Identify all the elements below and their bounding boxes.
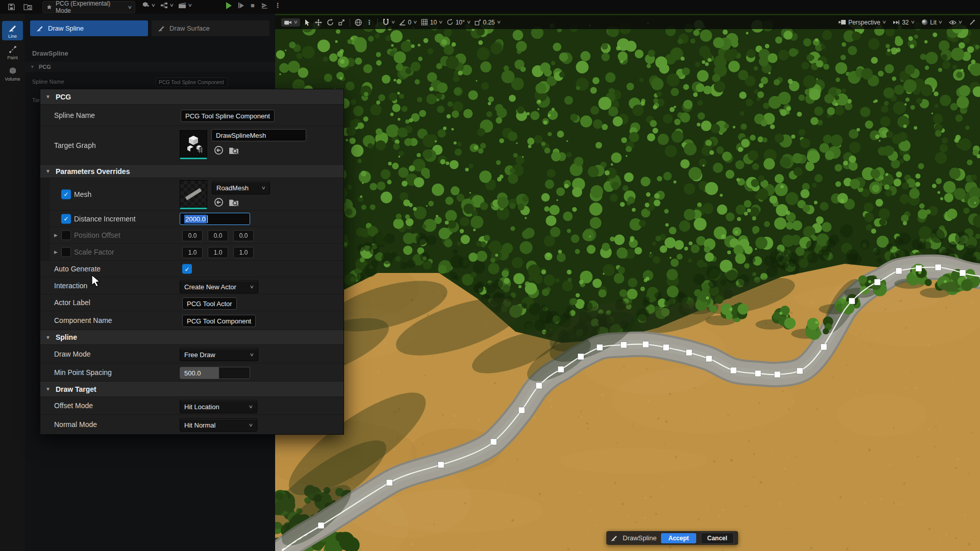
quick-add-button[interactable]: ∨ bbox=[142, 2, 155, 9]
rotate-tool[interactable] bbox=[327, 19, 334, 26]
mode-button-paint[interactable]: Paint bbox=[2, 42, 23, 62]
cinematics-button[interactable]: ∨ bbox=[178, 2, 192, 9]
pcg-mode-icon bbox=[46, 4, 53, 11]
section-title: Parameters Overrides bbox=[56, 167, 130, 176]
mesh-dropdown[interactable]: RoadMesh ∨ bbox=[212, 181, 270, 194]
wand-icon bbox=[969, 19, 976, 26]
chevron-down-icon: ∨ bbox=[466, 20, 471, 24]
play-button[interactable] bbox=[226, 2, 232, 9]
mode-button-volume[interactable]: Volume bbox=[2, 64, 23, 83]
mesh-value: RoadMesh bbox=[216, 184, 249, 192]
section-header-spline[interactable]: ▼ Spline bbox=[40, 330, 344, 345]
vector-z[interactable]: 1.0 bbox=[233, 247, 254, 258]
scale-factor-checkbox[interactable] bbox=[61, 247, 71, 257]
vector-y[interactable]: 0.0 bbox=[208, 230, 228, 241]
property-label: Target Graph bbox=[54, 141, 96, 149]
property-label: Interaction bbox=[54, 282, 87, 290]
frame-skip-button[interactable] bbox=[238, 3, 244, 8]
perspective-icon bbox=[839, 19, 846, 25]
target-graph-thumbnail[interactable] bbox=[180, 130, 207, 158]
expander-icon[interactable]: ▶ bbox=[54, 233, 58, 238]
scale-snap[interactable]: 0.25 ∨ bbox=[475, 19, 500, 26]
position-offset-vector[interactable]: 0.0 0.0 0.0 bbox=[182, 230, 254, 241]
property-label: Spline Name bbox=[54, 111, 95, 119]
camera-speed-control[interactable]: 32 ∨ bbox=[893, 19, 914, 26]
accept-button[interactable]: Accept bbox=[661, 533, 696, 543]
move-tool[interactable] bbox=[315, 19, 322, 26]
vector-x[interactable]: 0.0 bbox=[182, 230, 203, 241]
target-graph-input[interactable]: DrawSplineMesh bbox=[211, 129, 306, 141]
chevron-down-icon: ∨ bbox=[188, 3, 192, 8]
browse-asset-icon[interactable] bbox=[229, 146, 239, 155]
min-point-spacing-input[interactable]: 500.0 bbox=[180, 367, 250, 379]
section-header-draw-target[interactable]: ▼ Draw Target bbox=[40, 382, 344, 397]
mesh-thumbnail[interactable] bbox=[180, 180, 207, 208]
property-label: Position Offset bbox=[74, 231, 120, 239]
position-offset-checkbox[interactable] bbox=[61, 231, 71, 240]
perspective-selector[interactable]: Perspective ∨ bbox=[839, 19, 886, 26]
chevron-down-icon: ∨ bbox=[881, 20, 886, 24]
view-mode-label: Lit bbox=[930, 19, 937, 26]
expander-icon[interactable]: ▶ bbox=[54, 249, 58, 255]
section-header-parameters[interactable]: ▼ Parameters Overrides bbox=[40, 165, 344, 178]
rotation-snap[interactable]: 10° ∨ bbox=[447, 19, 470, 26]
volume-tool-icon bbox=[8, 66, 17, 76]
launch-button[interactable] bbox=[261, 3, 268, 9]
property-label: Min Point Spacing bbox=[54, 368, 112, 377]
actor-label-input[interactable]: PCG Tool Actor bbox=[182, 297, 237, 310]
auto-generate-checkbox[interactable]: ✓ bbox=[182, 264, 192, 274]
use-selected-icon[interactable] bbox=[214, 145, 224, 155]
cancel-button[interactable]: Cancel bbox=[701, 533, 734, 544]
camera-speed-value: 32 bbox=[902, 19, 909, 26]
viewport-options-menu[interactable]: ∨ bbox=[281, 18, 300, 27]
spline-name-field[interactable]: PCG Tool Spline Component bbox=[155, 78, 228, 87]
transform-options-menu[interactable]: ⋮ bbox=[366, 19, 373, 26]
use-selected-icon[interactable] bbox=[214, 197, 224, 207]
show-flags-menu[interactable]: ∨ bbox=[949, 20, 962, 25]
row-target-graph: Target Graph DrawSplineMesh bbox=[40, 126, 344, 165]
section-header-pcg[interactable]: ▼ PCG bbox=[25, 62, 276, 72]
browse-asset-icon[interactable] bbox=[229, 198, 239, 207]
chevron-down-icon: ∨ bbox=[128, 5, 132, 10]
distance-increment-input[interactable]: 2000.0 bbox=[180, 213, 250, 225]
vector-y[interactable]: 1.0 bbox=[208, 247, 228, 258]
editor-mode-selector[interactable]: PCG (Experimental) Mode ∨ bbox=[42, 1, 135, 13]
mesh-override-checkbox[interactable]: ✓ bbox=[61, 189, 71, 199]
draw-mode-dropdown[interactable]: Free Draw ∨ bbox=[180, 348, 258, 361]
tab-draw-surface[interactable]: Draw Surface bbox=[152, 20, 270, 36]
view-mode-selector[interactable]: Lit ∨ bbox=[921, 19, 942, 26]
viewport-settings-wand[interactable] bbox=[969, 19, 976, 26]
surface-offset-snap[interactable]: 0 ∨ bbox=[399, 19, 416, 26]
section-header-pcg[interactable]: ▼ PCG bbox=[40, 89, 344, 105]
property-label: Draw Mode bbox=[54, 350, 91, 358]
surface-snapping-toggle[interactable]: ∨ bbox=[382, 19, 395, 26]
draw-spline-icon bbox=[36, 24, 44, 32]
normal-mode-dropdown[interactable]: Hit Normal ∨ bbox=[180, 418, 257, 432]
save-icon[interactable] bbox=[6, 2, 16, 11]
interaction-dropdown[interactable]: Create New Actor ∨ bbox=[180, 280, 258, 293]
triangle-down-icon: ▼ bbox=[45, 168, 51, 174]
rotation-snap-value: 10° bbox=[455, 19, 464, 26]
select-tool[interactable] bbox=[305, 19, 310, 26]
level-viewport[interactable]: ∨ ⋮ bbox=[275, 14, 980, 551]
unreal-editor-window: PCG (Experimental) Mode ∨ ∨ ∨ ∨ ■ bbox=[0, 0, 980, 551]
world-local-transform-toggle[interactable] bbox=[355, 19, 362, 26]
grid-snap[interactable]: 10 ∨ bbox=[421, 19, 442, 26]
chevron-down-icon: ∨ bbox=[958, 20, 963, 24]
mode-button-line[interactable]: Line bbox=[2, 21, 23, 40]
vector-x[interactable]: 1.0 bbox=[182, 247, 203, 258]
tab-draw-spline[interactable]: Draw Spline bbox=[30, 20, 148, 36]
scale-factor-vector[interactable]: 1.0 1.0 1.0 bbox=[182, 247, 254, 258]
stop-button[interactable]: ■ bbox=[251, 2, 255, 9]
vector-z[interactable]: 0.0 bbox=[233, 230, 254, 241]
chevron-down-icon: ∨ bbox=[293, 20, 298, 24]
content-browser-icon[interactable] bbox=[22, 2, 33, 11]
scale-tool[interactable] bbox=[338, 19, 345, 26]
normal-mode-value: Hit Normal bbox=[184, 421, 215, 429]
play-options-menu[interactable]: ⋮ bbox=[275, 2, 281, 9]
blueprints-button[interactable]: ∨ bbox=[160, 2, 174, 9]
component-name-input[interactable]: PCG Tool Component bbox=[182, 315, 256, 327]
spline-name-input[interactable]: PCG Tool Spline Component bbox=[181, 110, 275, 122]
distance-override-checkbox[interactable]: ✓ bbox=[61, 214, 71, 223]
offset-mode-dropdown[interactable]: Hit Location ∨ bbox=[180, 400, 257, 413]
